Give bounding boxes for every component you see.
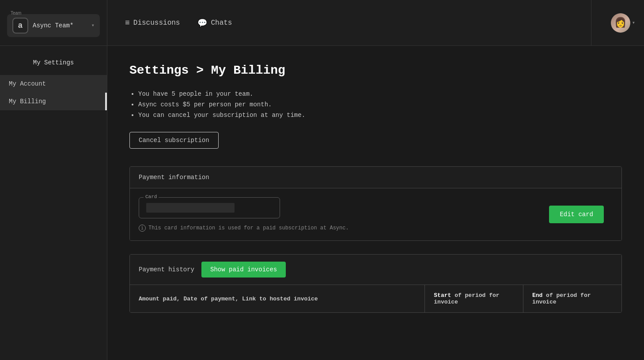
- main-content: My Settings My Account My Billing Settin…: [0, 46, 644, 360]
- cancel-subscription-button[interactable]: Cancel subscription: [129, 132, 219, 149]
- sidebar-item-my-account[interactable]: My Account: [0, 75, 107, 93]
- nav-chats[interactable]: 💬 Chats: [189, 14, 241, 32]
- payment-info-header: Payment information: [130, 167, 621, 188]
- payment-info-body: Card i This card information is used for…: [130, 188, 621, 240]
- chevron-down-icon: ▾: [91, 22, 95, 29]
- team-selector[interactable]: a Async Team* ▾: [7, 14, 100, 37]
- sidebar-title: My Settings: [0, 55, 107, 75]
- info-list: You have 5 people in your team. Async co…: [129, 90, 622, 119]
- sidebar-item-my-billing[interactable]: My Billing: [0, 93, 107, 110]
- nav-items: ≡ Discussions 💬 Chats: [107, 14, 591, 32]
- card-info-message: This card information is used for a paid…: [148, 225, 349, 231]
- nav-discussions[interactable]: ≡ Discussions: [116, 14, 189, 32]
- nav-chats-label: Chats: [211, 19, 232, 27]
- discussions-icon: ≡: [125, 19, 130, 27]
- active-indicator: [105, 93, 107, 110]
- show-paid-invoices-button[interactable]: Show paid invoices: [201, 262, 286, 278]
- info-icon: i: [139, 225, 146, 232]
- user-menu-chevron: ▾: [632, 19, 635, 26]
- top-navigation: Team a Async Team* ▾ ≡ Discussions 💬 Cha…: [0, 0, 644, 46]
- table-header-row: Amount paid, Date of payment, Link to ho…: [130, 285, 621, 312]
- nav-right: 👩 ▾: [591, 0, 644, 45]
- user-avatar[interactable]: 👩: [611, 13, 630, 33]
- page-title: Settings > My Billing: [129, 64, 622, 77]
- payment-history-header: Payment history Show paid invoices: [130, 255, 621, 285]
- payment-history-section: Payment history Show paid invoices Amoun…: [129, 254, 622, 313]
- sidebar: My Settings My Account My Billing: [0, 46, 107, 360]
- team-section: Team a Async Team* ▾: [0, 0, 107, 45]
- info-item-3: You can cancel your subscription at any …: [138, 112, 622, 119]
- nav-discussions-label: Discussions: [133, 19, 180, 27]
- sidebar-item-my-billing-label: My Billing: [9, 98, 46, 105]
- team-label: Team: [11, 11, 21, 15]
- payment-history-label: Payment history: [139, 266, 194, 273]
- user-avatar-image: 👩: [611, 13, 630, 33]
- page-content: Settings > My Billing You have 5 people …: [107, 46, 644, 360]
- team-avatar: a: [12, 18, 28, 34]
- payment-info-section: Payment information Card i This card inf…: [129, 166, 622, 241]
- card-input-display[interactable]: [146, 203, 235, 213]
- card-field-container: Card i This card information is used for…: [130, 188, 549, 240]
- team-name: Async Team*: [33, 22, 87, 29]
- invoice-table: Amount paid, Date of payment, Link to ho…: [130, 285, 621, 312]
- card-info-text: i This card information is used for a pa…: [139, 225, 540, 232]
- card-field-wrapper: Card: [139, 197, 280, 218]
- info-item-2: Async costs $5 per person per month.: [138, 101, 622, 108]
- table-header-main: Amount paid, Date of payment, Link to ho…: [130, 285, 425, 312]
- chats-icon: 💬: [197, 18, 207, 28]
- table-header-end: End of period for invoice: [523, 285, 621, 312]
- card-label: Card: [144, 194, 159, 199]
- info-item-1: You have 5 people in your team.: [138, 90, 622, 98]
- edit-card-button[interactable]: Edit card: [549, 206, 604, 223]
- sidebar-item-my-account-label: My Account: [9, 80, 46, 87]
- table-header-start: Start of period for invoice: [425, 285, 523, 312]
